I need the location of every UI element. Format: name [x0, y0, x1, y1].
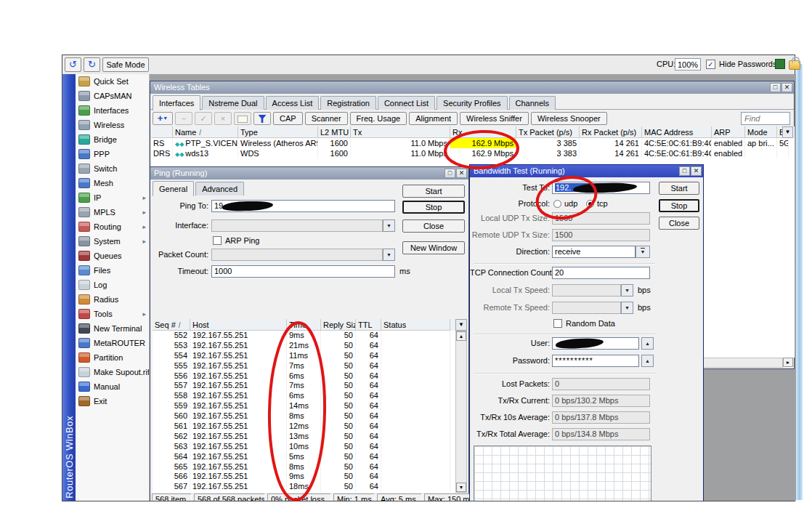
tcp-count-field[interactable]: 20: [552, 267, 650, 279]
tab-nstreme-dual[interactable]: Nstreme Dual: [202, 96, 264, 110]
cap-button[interactable]: CAP: [273, 112, 303, 125]
scroll-right-icon[interactable]: ►: [783, 358, 793, 367]
column-header-tx-packet-p-s[interactable]: Tx Packet (p/s): [516, 126, 580, 138]
column-header-mac-address[interactable]: MAC Address: [642, 126, 712, 138]
sidebar-item-partition[interactable]: Partition: [76, 350, 149, 365]
column-header-arp[interactable]: ARP: [712, 126, 745, 138]
sidebar-item-tools[interactable]: Tools▸: [76, 307, 149, 321]
ping-result-row[interactable]: 552192.167.55.2519ms5064: [153, 331, 455, 341]
column-header-reply-size[interactable]: Reply Size: [321, 319, 356, 331]
alignment-button[interactable]: Alignment: [409, 112, 458, 125]
bandwidth-titlebar[interactable]: Bandwidth Test (Running) □ ✕: [470, 165, 703, 177]
remote-tx-speed-field[interactable]: [552, 302, 621, 314]
add-button[interactable]: +▼: [153, 112, 173, 125]
tab-advanced[interactable]: Advanced: [195, 182, 244, 195]
column-config-button[interactable]: ▼: [782, 126, 793, 138]
wireless-snooper-button[interactable]: Wireless Snooper: [531, 112, 607, 125]
sidebar-item-mpls[interactable]: MPLS▸: [76, 205, 149, 219]
ping-vscrollbar[interactable]: [455, 331, 467, 493]
sidebar-item-system[interactable]: System▸: [76, 234, 149, 249]
disable-button[interactable]: ×: [214, 112, 232, 125]
sidebar-item-capsman[interactable]: CAPsMAN: [76, 89, 149, 103]
column-header-tx[interactable]: Tx: [351, 126, 450, 138]
table-row[interactable]: RS◆◆PTP_S.VICEN...Wireless (Atheros AR9.…: [151, 138, 795, 148]
sidebar-item-files[interactable]: Files: [76, 263, 149, 278]
ping-result-row[interactable]: 557192.167.55.2517ms5064: [153, 381, 455, 391]
ping-result-row[interactable]: 555192.167.55.2517ms5064: [153, 361, 455, 371]
maximize-icon[interactable]: □: [770, 83, 781, 92]
arp-ping-checkbox[interactable]: [213, 236, 222, 245]
column-header-type[interactable]: Type: [238, 126, 318, 138]
local-tx-dropdown-icon[interactable]: ▼: [621, 284, 633, 297]
interface-dropdown-icon[interactable]: ▼: [383, 219, 395, 232]
tab-channels[interactable]: Channels: [509, 96, 556, 110]
ping-result-row[interactable]: 561192.167.55.25112ms5064: [153, 422, 455, 432]
redo-icon[interactable]: ↻: [84, 57, 100, 72]
column-header-seq[interactable]: Seq #/: [153, 319, 190, 331]
sidebar-item-ppp[interactable]: PPP: [76, 147, 149, 161]
packet-count-dropdown-icon[interactable]: ▼: [383, 249, 395, 261]
sidebar-item-manual[interactable]: Manual: [76, 379, 149, 394]
ping-result-row[interactable]: 562192.167.55.25113ms5064: [153, 432, 455, 442]
enable-button[interactable]: ✓: [195, 112, 212, 125]
user-up-icon[interactable]: ▲: [641, 337, 654, 350]
test-to-field[interactable]: 192.: [552, 182, 650, 194]
ping-start-button[interactable]: Start: [402, 185, 465, 198]
tab-access-list[interactable]: Access List: [266, 96, 320, 110]
scroll-up-icon[interactable]: ▲: [456, 331, 466, 341]
sidebar-item-new-terminal[interactable]: New Terminal: [76, 321, 149, 336]
ping-result-row[interactable]: 559192.167.55.25114ms5064: [153, 401, 455, 411]
sidebar-item-routing[interactable]: Routing▸: [76, 219, 149, 234]
column-header-flags[interactable]: [151, 126, 173, 138]
direction-field[interactable]: receive: [552, 246, 636, 258]
sidebar-item-wireless[interactable]: Wireless: [76, 118, 149, 132]
find-input[interactable]: [741, 112, 790, 125]
wireless-sniffer-button[interactable]: Wireless Sniffer: [460, 112, 529, 125]
sidebar-item-ip[interactable]: IP▸: [76, 190, 149, 205]
sidebar-item-switch[interactable]: Switch: [76, 161, 149, 176]
protocol-tcp-radio[interactable]: [586, 200, 594, 208]
ping-result-row[interactable]: 566192.167.55.2519ms5064: [153, 472, 455, 482]
timeout-field[interactable]: 1000: [211, 265, 395, 278]
interface-field[interactable]: [211, 219, 383, 232]
tab-general[interactable]: General: [153, 181, 194, 196]
ping-new-window-button[interactable]: New Window: [402, 241, 465, 254]
safe-mode-button[interactable]: Safe Mode: [102, 57, 149, 72]
close-icon[interactable]: ✕: [781, 83, 792, 92]
table-row[interactable]: DRS◆◆wds13WDS160011.0 Mbps162.9 Mbps3 38…: [151, 148, 795, 158]
sidebar-item-exit[interactable]: Exit: [76, 394, 149, 408]
packet-count-field[interactable]: [211, 249, 383, 261]
column-header-host[interactable]: Host: [190, 319, 287, 331]
tab-interfaces[interactable]: Interfaces: [153, 95, 200, 110]
sidebar-item-mesh[interactable]: Mesh: [76, 176, 149, 190]
ping-result-row[interactable]: 560192.167.55.2518ms5064: [153, 411, 455, 422]
sidebar-item-queues[interactable]: Queues: [76, 249, 149, 263]
column-header-l2-mtu[interactable]: L2 MTU: [318, 126, 351, 138]
sidebar-item-log[interactable]: Log: [76, 278, 149, 292]
sidebar-item-bridge[interactable]: Bridge: [76, 132, 149, 147]
sidebar-item-metarouter[interactable]: MetaROUTER: [76, 336, 149, 350]
column-header-status[interactable]: Status: [381, 319, 450, 331]
random-data-checkbox[interactable]: [553, 319, 562, 328]
close-icon[interactable]: ✕: [691, 166, 702, 176]
close-icon[interactable]: ✕: [456, 169, 467, 178]
column-header-time[interactable]: Time: [287, 319, 321, 331]
column-header-ttl[interactable]: TTL: [356, 319, 381, 331]
ping-result-row[interactable]: 558192.167.55.2516ms5064: [153, 391, 455, 401]
column-header-mode[interactable]: Mode: [745, 126, 777, 138]
remote-tx-dropdown-icon[interactable]: ▼: [621, 302, 633, 314]
user-field[interactable]: [552, 337, 639, 350]
ping-titlebar[interactable]: Ping (Running) □ ✕: [150, 167, 468, 180]
sidebar-item-make-supout-rif[interactable]: Make Supout.rif: [76, 365, 149, 379]
column-header-rx-packet-p-s[interactable]: Rx Packet (p/s): [580, 126, 642, 138]
tab-connect-list[interactable]: Connect List: [378, 96, 435, 110]
column-header-rx[interactable]: Rx: [450, 126, 516, 138]
remote-udp-size-field[interactable]: 1500: [552, 229, 650, 241]
ping-result-row[interactable]: 553192.167.55.25121ms5064: [153, 341, 455, 351]
ping-close-button[interactable]: Close: [402, 219, 465, 233]
ping-result-row[interactable]: 563192.167.55.25110ms5064: [153, 442, 455, 452]
ping-result-row[interactable]: 554192.167.55.25111ms5064: [153, 351, 455, 361]
wireless-tables-titlebar[interactable]: Wireless Tables □ ✕: [150, 81, 794, 94]
filter-button[interactable]: [253, 112, 271, 125]
sidebar-item-quick-set[interactable]: Quick Set: [76, 74, 149, 89]
